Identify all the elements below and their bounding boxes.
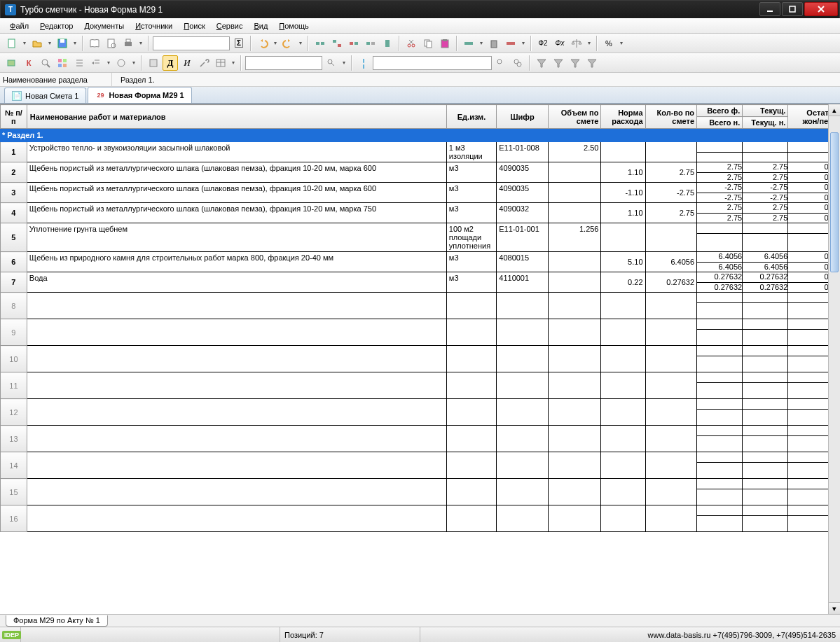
row-cur[interactable]: 2.752.75 <box>743 203 788 223</box>
row-del-icon[interactable] <box>503 36 518 51</box>
menu-sources[interactable]: Источники <box>131 20 177 32</box>
percent-dropdown[interactable]: ▾ <box>618 40 625 46</box>
col-code[interactable]: Шифр <box>497 105 549 129</box>
row-num[interactable]: 9 <box>1 319 27 346</box>
paste-icon[interactable] <box>437 36 453 51</box>
row-num[interactable]: 2 <box>1 162 27 183</box>
tb2-special-icon[interactable] <box>113 55 129 71</box>
row-qty[interactable] <box>645 142 697 162</box>
row-vol[interactable] <box>548 272 601 293</box>
row-qty[interactable]: 0.27632 <box>645 272 697 293</box>
row-num[interactable]: 11 <box>1 372 27 399</box>
tb2-k-icon[interactable]: К <box>21 55 36 71</box>
row-cur[interactable]: 6.40566.4056 <box>743 252 788 272</box>
scales-icon[interactable] <box>569 36 584 51</box>
row-total[interactable]: -2.75-2.75 <box>697 183 743 203</box>
delete-icon[interactable] <box>486 36 502 51</box>
row-cur[interactable] <box>743 223 788 252</box>
row-name[interactable]: Щебень из природного камня для строитель… <box>27 252 446 272</box>
tb2-filter3-icon[interactable] <box>567 55 583 71</box>
tb2-filter1-icon[interactable] <box>534 55 549 71</box>
tb2-tools-icon[interactable] <box>196 55 212 71</box>
tb2-filter4-icon[interactable] <box>584 55 600 71</box>
menu-view[interactable]: Вид <box>249 20 272 32</box>
row-vol[interactable] <box>548 203 601 223</box>
row-num[interactable]: 6 <box>1 252 27 272</box>
row-code[interactable]: 4110001 <box>497 272 549 293</box>
print-dropdown[interactable]: ▾ <box>137 40 144 46</box>
row-total[interactable]: 0.276320.27632 <box>697 272 743 293</box>
tb2-table-icon[interactable] <box>213 55 228 71</box>
menu-editor[interactable]: Редактор <box>36 20 77 32</box>
f2-icon[interactable]: Ф2 <box>535 36 551 51</box>
menu-file[interactable]: Файл <box>6 20 33 32</box>
row-cur[interactable] <box>743 142 788 162</box>
section-header[interactable]: * Раздел 1. <box>1 129 840 142</box>
new-doc-icon[interactable] <box>4 36 20 51</box>
tb2-outdent-icon[interactable] <box>88 55 104 71</box>
row-unit[interactable]: м3 <box>446 162 496 183</box>
row-qty[interactable]: 2.75 <box>645 162 697 183</box>
scroll-thumb[interactable] <box>830 132 839 272</box>
row-name[interactable]: Щебень пористый из металлургического шла… <box>27 183 446 203</box>
row-vol[interactable] <box>548 252 601 272</box>
tb2-find3-icon[interactable] <box>510 55 525 71</box>
row-name[interactable] <box>27 319 446 346</box>
sheet-tab-m29[interactable]: Форма М29 по Акту № 1 <box>6 615 108 627</box>
row-code[interactable]: 4090035 <box>497 162 549 183</box>
row-num[interactable]: 13 <box>1 426 27 452</box>
tb2-marker-icon[interactable]: ¦ <box>356 55 371 71</box>
tb2-insert-icon[interactable] <box>4 55 20 71</box>
save-icon[interactable] <box>55 36 70 51</box>
tb2-find-dropdown[interactable]: ▾ <box>340 60 347 66</box>
row-unit[interactable]: м3 <box>446 252 496 272</box>
col-norm[interactable]: Норма расхода <box>601 105 645 129</box>
menu-service[interactable]: Сервис <box>212 20 247 32</box>
tb2-outdent-dropdown[interactable]: ▾ <box>105 60 112 66</box>
row-name[interactable] <box>27 346 446 372</box>
tab-smeta[interactable]: 📄 Новая Смета 1 <box>4 88 86 103</box>
undo-icon[interactable] <box>255 36 270 51</box>
scroll-down-icon[interactable]: ▾ <box>829 602 840 614</box>
row-unit[interactable]: 1 м3 изоляции <box>446 142 496 162</box>
row-unit[interactable]: м3 <box>446 203 496 223</box>
row-num[interactable]: 3 <box>1 183 27 203</box>
row-code[interactable]: Е11-01-001 <box>497 223 549 252</box>
vertical-scrollbar[interactable]: ▴ ▾ <box>828 104 840 614</box>
undo-dropdown[interactable]: ▾ <box>272 40 279 46</box>
row-total[interactable]: 2.752.75 <box>697 162 743 183</box>
row-del-dropdown[interactable]: ▾ <box>520 40 527 46</box>
row-cur[interactable]: 0.276320.27632 <box>743 272 788 293</box>
row-name[interactable] <box>27 426 446 452</box>
cut-icon[interactable] <box>404 36 419 51</box>
tb2-grid-icon[interactable] <box>55 55 70 71</box>
tb2-box-icon[interactable] <box>146 55 161 71</box>
row-unit[interactable]: м3 <box>446 183 496 203</box>
row-name[interactable] <box>27 505 446 532</box>
open-dropdown[interactable]: ▾ <box>46 40 53 46</box>
row-name[interactable]: Щебень пористый из металлургического шла… <box>27 203 446 223</box>
link2-icon[interactable] <box>329 36 345 51</box>
link1-icon[interactable] <box>312 36 328 51</box>
row-norm[interactable] <box>601 142 645 162</box>
row-num[interactable]: 15 <box>1 479 27 505</box>
row-qty[interactable]: 2.75 <box>645 203 697 223</box>
tb2-filter2-icon[interactable] <box>551 55 566 71</box>
row-code[interactable]: 4080015 <box>497 252 549 272</box>
link5-icon[interactable] <box>380 36 395 51</box>
row-insert-dropdown[interactable]: ▾ <box>478 40 485 46</box>
tb2-special-dropdown[interactable]: ▾ <box>130 60 137 66</box>
row-qty[interactable]: -2.75 <box>645 183 697 203</box>
row-name[interactable] <box>27 479 446 505</box>
scales-dropdown[interactable]: ▾ <box>586 40 593 46</box>
row-vol[interactable]: 1.256 <box>548 223 601 252</box>
row-norm[interactable]: 1.10 <box>601 162 645 183</box>
row-norm[interactable]: -1.10 <box>601 183 645 203</box>
scroll-up-icon[interactable]: ▴ <box>829 104 840 116</box>
menu-help[interactable]: Помощь <box>275 20 313 32</box>
col-num[interactable]: № п/п <box>1 105 27 129</box>
fx-icon[interactable]: Фх <box>552 36 567 51</box>
row-name[interactable]: Устройство тепло- и звукоизоляции засыпн… <box>27 142 446 162</box>
col-unit[interactable]: Ед.изм. <box>446 105 496 129</box>
link3-icon[interactable] <box>346 36 362 51</box>
